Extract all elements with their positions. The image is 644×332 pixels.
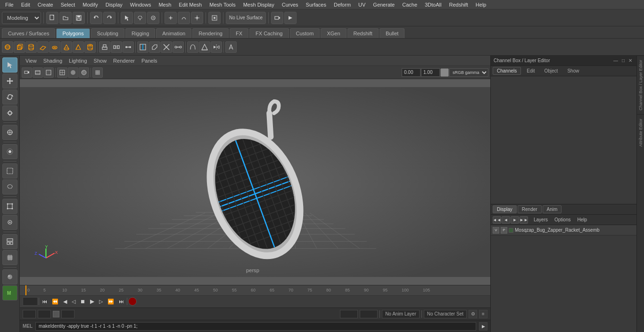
select-mode-button[interactable] (2, 57, 17, 73)
vp-lighting-menu[interactable]: Lighting (66, 57, 90, 65)
play-back-btn[interactable]: ◁ (70, 298, 77, 306)
help-menu-item[interactable]: Help (574, 216, 590, 223)
poly-plane-btn[interactable] (37, 41, 49, 53)
v-tab-attribute-editor[interactable]: Attribute Editor (637, 114, 644, 151)
next-key-btn[interactable]: ▷ (97, 298, 105, 306)
shader-btn[interactable] (2, 269, 17, 284)
triangulate-btn[interactable] (199, 41, 210, 53)
rendercam-button[interactable] (271, 12, 283, 24)
prev-key-btn[interactable]: ◀ (61, 298, 69, 306)
menu-deform[interactable]: Deform (330, 1, 354, 8)
layer-tab-anim[interactable]: Anim (543, 205, 562, 213)
vpt-smooth-btn[interactable] (68, 67, 78, 78)
step-fwd-btn[interactable]: ⏩ (106, 298, 116, 306)
skip-end-btn[interactable]: ⏭ (117, 298, 126, 305)
menu-curves[interactable]: Curves (279, 1, 302, 8)
save-scene-button[interactable] (73, 12, 85, 24)
layer-tab-display[interactable]: Display (493, 205, 517, 213)
layers-menu-item[interactable]: Layers (531, 216, 551, 223)
v-tab-channel-box[interactable]: Channel Box / Layer Editor (637, 56, 644, 114)
mel-command-input[interactable] (35, 322, 476, 331)
soft-select-button[interactable] (2, 144, 17, 159)
marquee-select-button[interactable] (2, 163, 17, 178)
layer-next-btn[interactable]: ► (511, 216, 519, 224)
vp-show-menu[interactable]: Show (91, 57, 110, 65)
new-scene-button[interactable] (46, 12, 58, 24)
extrude-btn[interactable] (99, 41, 110, 53)
bevel-btn[interactable] (149, 41, 160, 53)
select-tool-button[interactable] (121, 12, 133, 24)
tab-rendering[interactable]: Rendering (192, 28, 229, 38)
smooth-btn[interactable] (187, 41, 198, 53)
lasso-tool-button[interactable] (134, 12, 146, 24)
snap-grid-button[interactable] (165, 12, 177, 24)
tab-edit[interactable]: Edit (523, 67, 538, 74)
menu-mesh-tools[interactable]: Mesh Tools (206, 1, 239, 8)
component-mode-btn[interactable] (2, 199, 17, 214)
layer-vis-v[interactable]: V (493, 227, 499, 234)
tab-bullet[interactable]: Bullet (380, 28, 405, 38)
render-settings-button[interactable] (208, 12, 221, 24)
tab-channels[interactable]: Channels (493, 67, 521, 75)
tab-animation[interactable]: Animation (156, 28, 191, 38)
multi-cut-btn[interactable] (161, 41, 172, 53)
menu-mesh[interactable]: Mesh (155, 1, 174, 8)
max-frame-input[interactable]: 200 (360, 310, 378, 318)
vpt-film-btn[interactable] (33, 67, 43, 78)
time-cursor[interactable] (25, 285, 26, 295)
panel-min-btn[interactable]: — (612, 58, 619, 63)
mirror-btn[interactable] (211, 41, 222, 53)
step-back-btn[interactable]: ⏪ (50, 298, 60, 306)
tab-fx-caching[interactable]: FX Caching (249, 28, 289, 38)
tab-custom[interactable]: Custom (290, 28, 320, 38)
play-fwd-btn[interactable]: ▶ (88, 297, 96, 306)
tab-show[interactable]: Show (563, 67, 583, 74)
menu-modify[interactable]: Modify (79, 1, 101, 8)
connect-btn[interactable] (173, 41, 184, 53)
redo-button[interactable] (103, 12, 116, 24)
options-menu-item[interactable]: Options (552, 216, 573, 223)
vp-shading-menu[interactable]: Shading (41, 57, 65, 65)
menu-display[interactable]: Display (102, 1, 126, 8)
insert-edge-loop-btn[interactable] (137, 41, 149, 53)
panel-max-btn[interactable]: □ (620, 58, 626, 63)
character-set-selector[interactable]: No Character Set (424, 310, 467, 318)
anim-layer-selector[interactable]: No Anim Layer (382, 310, 420, 318)
menu-generate[interactable]: Generate (370, 1, 398, 8)
no-live-button[interactable]: No Live Surface (226, 12, 266, 24)
merge-btn[interactable] (123, 41, 134, 53)
vpt-color-r-input[interactable]: 0.00 (402, 68, 421, 77)
menu-surfaces[interactable]: Surfaces (303, 1, 330, 8)
universal-manip-button[interactable] (2, 125, 17, 140)
snap-point-button[interactable] (191, 12, 203, 24)
mel-exec-btn[interactable]: ▶ (479, 322, 487, 331)
playback-end-input[interactable]: 120 (340, 310, 358, 318)
tab-xgen[interactable]: XGen (321, 28, 346, 38)
paint-effects-btn[interactable] (225, 41, 237, 53)
menu-redshift[interactable]: Redshift (446, 1, 471, 8)
auto-key-btn[interactable] (128, 297, 137, 306)
poly-pipe-btn[interactable] (84, 41, 96, 53)
tab-fx[interactable]: FX (230, 28, 248, 38)
keyframe-btn[interactable]: ⚙ (469, 310, 477, 318)
vpt-grid-view-btn[interactable] (92, 67, 103, 78)
tab-curves-surfaces[interactable]: Curves / Surfaces (2, 28, 55, 38)
poly-pyramid-btn[interactable] (73, 41, 84, 53)
menu-mesh-display[interactable]: Mesh Display (240, 1, 278, 8)
vpt-shade-btn[interactable] (79, 67, 89, 78)
current-frame-status[interactable]: 1 (38, 310, 51, 318)
current-frame-input[interactable]: 1 (23, 297, 38, 306)
menu-create[interactable]: Create (34, 1, 57, 8)
layer-item-0[interactable]: V P Mosqzap_Bug_Zapper_Racket_Assemb (491, 225, 636, 235)
skip-start-btn[interactable]: ⏮ (40, 298, 49, 305)
poly-torus-btn[interactable] (49, 41, 60, 53)
menu-cache[interactable]: Cache (399, 1, 421, 8)
frame-range-input[interactable]: 1 (61, 310, 74, 318)
options-btn[interactable]: ≡ (479, 310, 487, 318)
move-tool-button[interactable] (2, 73, 17, 89)
layer-skip-start-btn[interactable]: ◄◄ (493, 216, 501, 224)
tab-object[interactable]: Object (541, 67, 562, 74)
poly-cone-btn[interactable] (61, 41, 72, 53)
vpt-camera-btn[interactable] (22, 67, 32, 78)
poly-cube-btn[interactable] (14, 41, 25, 53)
